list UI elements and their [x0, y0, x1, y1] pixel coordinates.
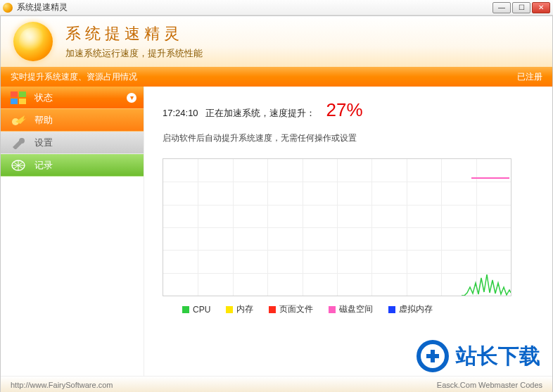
chart-legend: CPU 内存 页面文件 磁盘空间 虚拟内存	[163, 303, 534, 315]
status-time: 17:24:10	[163, 108, 198, 118]
sidebar-item-label: 记录	[34, 159, 53, 172]
resource-chart	[163, 158, 511, 296]
comet-icon	[9, 113, 27, 128]
banner-app-icon	[13, 22, 53, 61]
swatch-icon	[329, 306, 336, 313]
footer-right: Easck.Com Webmaster Codes	[437, 381, 542, 389]
sidebar-item-label: 设置	[34, 137, 53, 149]
net-icon	[9, 158, 27, 173]
svg-rect-2	[11, 99, 18, 104]
status-bar: 实时提升系统速度、资源占用情况 已注册	[1, 67, 552, 87]
sidebar-item-help[interactable]: 帮助	[1, 109, 144, 132]
close-button[interactable]: ✕	[532, 2, 550, 13]
legend-item: 虚拟内存	[388, 303, 433, 315]
svg-rect-0	[11, 91, 18, 97]
svg-rect-3	[19, 99, 26, 104]
status-hint: 启动软件后自动提升系统速度，无需任何操作或设置	[163, 132, 534, 144]
minimize-button[interactable]: —	[492, 2, 511, 13]
status-bar-right: 已注册	[517, 71, 542, 83]
swatch-icon	[269, 306, 276, 313]
chevron-down-icon: ▾	[127, 93, 136, 103]
banner-subtitle: 加速系统运行速度，提升系统性能	[65, 47, 203, 60]
sidebar-item-log[interactable]: 记录	[1, 154, 144, 177]
windows-icon	[9, 90, 27, 106]
swatch-icon	[226, 306, 233, 313]
wrench-icon	[9, 135, 27, 151]
status-percent: 27%	[326, 99, 363, 121]
chart-series-disk	[471, 177, 509, 179]
main-panel: 17:24:10 正在加速系统，速度提升： 27% 启动软件后自动提升系统速度，…	[144, 87, 552, 376]
svg-rect-1	[19, 91, 26, 97]
sidebar-item-settings[interactable]: 设置	[1, 132, 144, 154]
banner-title: 系统提速精灵	[65, 23, 203, 44]
chart-series-cpu	[462, 246, 511, 296]
status-bar-left: 实时提升系统速度、资源占用情况	[11, 71, 137, 83]
legend-item: 磁盘空间	[329, 303, 373, 315]
titlebar: 系统提速精灵 — ☐ ✕	[0, 0, 553, 15]
footer: http://www.FairySoftware.com Easck.Com W…	[1, 376, 552, 392]
footer-url[interactable]: http://www.FairySoftware.com	[11, 381, 113, 389]
legend-item: 内存	[226, 303, 253, 315]
sidebar-item-status[interactable]: 状态 ▾	[1, 87, 144, 109]
maximize-button[interactable]: ☐	[512, 2, 530, 13]
sidebar-item-label: 状态	[34, 91, 53, 104]
swatch-icon	[388, 306, 395, 313]
status-text: 正在加速系统，速度提升：	[205, 107, 315, 120]
sidebar-empty	[1, 177, 144, 376]
status-line: 17:24:10 正在加速系统，速度提升： 27%	[163, 99, 534, 121]
legend-item: 页面文件	[269, 303, 313, 315]
swatch-icon	[182, 306, 189, 313]
header-banner: 系统提速精灵 加速系统运行速度，提升系统性能	[1, 16, 552, 67]
sidebar-item-label: 帮助	[34, 114, 53, 127]
app-icon	[3, 3, 13, 13]
window-title: 系统提速精灵	[17, 1, 68, 13]
sidebar: 状态 ▾ 帮助 设置 记录	[1, 87, 144, 376]
legend-item: CPU	[182, 305, 210, 315]
